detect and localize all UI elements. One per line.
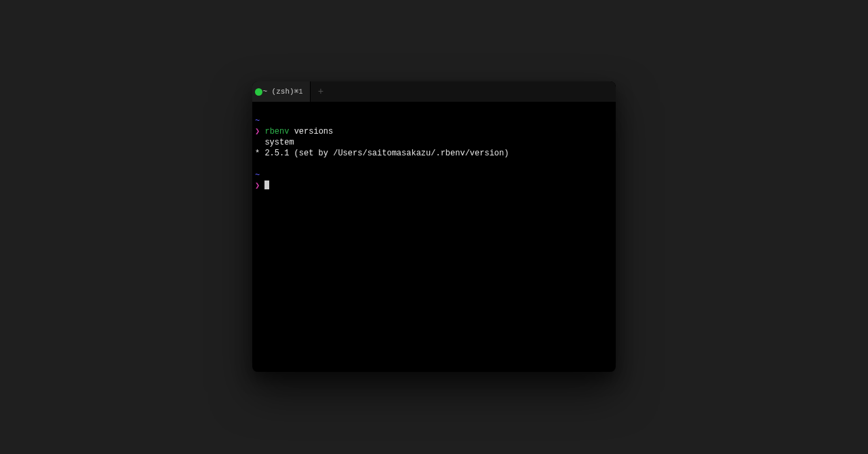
new-tab-button[interactable]: + [311, 81, 331, 102]
output-line: system [255, 138, 294, 147]
terminal-window: ~ (zsh) ⌘1 + ~ ❯ rbenv versions system *… [252, 81, 616, 372]
tab-shortcut: ⌘1 [294, 88, 303, 96]
command-args: versions [289, 127, 333, 136]
terminal-body[interactable]: ~ ❯ rbenv versions system * 2.5.1 (set b… [252, 102, 616, 372]
output-line: * 2.5.1 (set by /Users/saitomasakazu/.rb… [255, 149, 509, 158]
titlebar: ~ (zsh) ⌘1 + [252, 81, 616, 102]
prompt-char: ❯ [255, 127, 260, 136]
cwd-marker: ~ [255, 170, 260, 180]
plus-icon: + [318, 86, 323, 97]
command-executable: rbenv [264, 127, 289, 136]
cwd-marker: ~ [255, 116, 260, 126]
zoom-dot-icon[interactable] [255, 88, 262, 96]
prompt-char: ❯ [255, 181, 260, 191]
tab-title: ~ (zsh) [262, 88, 294, 96]
traffic-lights [252, 88, 262, 96]
cursor-icon [264, 181, 269, 189]
tab-current[interactable]: ~ (zsh) ⌘1 [252, 81, 311, 102]
